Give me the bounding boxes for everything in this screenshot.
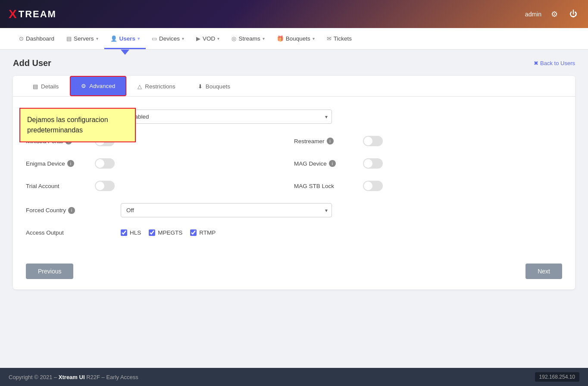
trial-toggle[interactable] bbox=[95, 181, 115, 191]
nav-devices[interactable]: ▭ Devices ▾ bbox=[146, 28, 190, 49]
bouquets-icon: 🎁 bbox=[277, 35, 284, 42]
enigma-info[interactable]: i bbox=[67, 160, 74, 167]
hls-checkbox[interactable] bbox=[121, 229, 127, 236]
admin-name: admin bbox=[525, 11, 541, 18]
nav-dashboard[interactable]: ⊙ Dashboard bbox=[13, 28, 60, 49]
enigma-group: Enigma Device i bbox=[26, 158, 294, 169]
streams-chevron: ▾ bbox=[263, 36, 265, 41]
tab-details[interactable]: ▤ Details bbox=[22, 76, 70, 97]
devices-chevron: ▾ bbox=[182, 36, 184, 41]
tabs-bar: ▤ Details ⚙ Advanced △ Restrictions ⬇ Bo… bbox=[13, 76, 575, 97]
nav-vod[interactable]: ▶ VOD ▾ bbox=[190, 28, 225, 49]
enigma-toggle[interactable] bbox=[95, 158, 115, 169]
page-title: Add User bbox=[13, 58, 51, 68]
restreamer-info[interactable]: i bbox=[327, 138, 334, 144]
forced-country-info[interactable]: i bbox=[68, 207, 75, 214]
tab-details-label: Details bbox=[41, 83, 59, 90]
streams-icon: ◎ bbox=[231, 35, 236, 42]
mag-device-group: MAG Device i bbox=[294, 158, 562, 169]
tickets-icon: ✉ bbox=[327, 35, 332, 42]
button-row: Previous Next bbox=[13, 257, 575, 289]
trial-group: Trial Account bbox=[26, 181, 294, 191]
tab-bouquets-label: Bouquets bbox=[206, 83, 230, 90]
nav-streams-label: Streams bbox=[238, 35, 260, 42]
vod-icon: ▶ bbox=[196, 35, 200, 42]
restrictions-tab-icon: △ bbox=[138, 83, 142, 90]
tab-bouquets[interactable]: ⬇ Bouquets bbox=[187, 76, 241, 97]
annotation-box: Dejamos las configuracion predeterminand… bbox=[19, 108, 136, 142]
enigma-mag-row: Enigma Device i MAG Device i bbox=[26, 158, 562, 169]
access-output-checkboxes: HLS MPEGTS RTMP bbox=[121, 229, 562, 236]
nav-bouquets[interactable]: 🎁 Bouquets ▾ bbox=[271, 28, 321, 49]
forced-country-control: Off ▾ bbox=[121, 203, 562, 217]
details-tab-icon: ▤ bbox=[33, 83, 38, 90]
nav-servers[interactable]: ▤ Servers ▾ bbox=[60, 28, 104, 49]
mag-stb-slider bbox=[363, 181, 383, 191]
vod-chevron: ▾ bbox=[217, 36, 219, 41]
tab-restrictions-label: Restrictions bbox=[145, 83, 175, 90]
nav-streams[interactable]: ◎ Streams ▾ bbox=[225, 28, 270, 49]
users-chevron: ▾ bbox=[138, 36, 140, 41]
enigma-label: Enigma Device i bbox=[26, 160, 95, 167]
page-header: Add User ✖ Back to Users bbox=[13, 58, 575, 68]
trial-magstb-row: Trial Account MAG STB Lock bbox=[26, 181, 562, 191]
footer-copyright-text: Copyright © 2021 – bbox=[9, 374, 59, 380]
logo: X TREAM bbox=[9, 7, 56, 21]
restreamer-toggle[interactable] bbox=[363, 136, 383, 146]
back-icon: ✖ bbox=[534, 60, 538, 66]
restreamer-group: Restreamer i bbox=[294, 136, 562, 146]
power-icon[interactable]: ⏻ bbox=[567, 8, 579, 20]
back-link-label: Back to Users bbox=[540, 60, 575, 66]
mpegts-label: MPEGTS bbox=[158, 229, 182, 236]
restreamer-label: Restreamer i bbox=[294, 138, 363, 144]
back-to-users-link[interactable]: ✖ Back to Users bbox=[534, 60, 575, 66]
restreamer-slider bbox=[363, 136, 383, 146]
forced-country-label: Forced Country i bbox=[26, 207, 121, 214]
footer-ip: 192.168.254.10 bbox=[535, 372, 579, 382]
annotation-text: Dejamos las configuracion predeterminand… bbox=[27, 116, 108, 134]
rtmp-checkbox[interactable] bbox=[190, 229, 197, 236]
forced-country-select[interactable]: Off bbox=[121, 203, 332, 217]
logo-text: TREAM bbox=[19, 9, 56, 20]
mag-stb-toggle[interactable] bbox=[363, 181, 383, 191]
nav-users[interactable]: 👤 Users ▾ bbox=[104, 28, 146, 49]
dashboard-icon: ⊙ bbox=[19, 35, 24, 42]
nav-dashboard-label: Dashboard bbox=[26, 35, 54, 42]
footer-version: R22F – Early Access bbox=[86, 374, 138, 380]
mpegts-checkbox-item[interactable]: MPEGTS bbox=[149, 229, 182, 236]
next-button[interactable]: Next bbox=[525, 264, 562, 279]
rtmp-checkbox-item[interactable]: RTMP bbox=[190, 229, 216, 236]
tab-restrictions[interactable]: △ Restrictions bbox=[126, 76, 187, 97]
enigma-slider bbox=[95, 158, 115, 169]
advanced-tab-icon: ⚙ bbox=[81, 83, 86, 89]
nav-tickets[interactable]: ✉ Tickets bbox=[321, 28, 358, 49]
bouquets-tab-icon: ⬇ bbox=[198, 83, 203, 90]
bouquets-chevron: ▾ bbox=[313, 36, 315, 41]
mag-device-info[interactable]: i bbox=[329, 160, 336, 167]
hls-label: HLS bbox=[130, 229, 141, 236]
access-output-control: HLS MPEGTS RTMP bbox=[121, 229, 562, 236]
hls-checkbox-item[interactable]: HLS bbox=[121, 229, 141, 236]
forced-connection-select[interactable]: Disabled HLS MPEG-TS RTMP bbox=[121, 110, 332, 124]
nav-devices-label: Devices bbox=[159, 35, 180, 42]
forced-connection-select-wrapper: Disabled HLS MPEG-TS RTMP ▾ bbox=[121, 110, 332, 124]
mpegts-checkbox[interactable] bbox=[149, 229, 155, 236]
nav-servers-label: Servers bbox=[74, 35, 94, 42]
forced-country-select-wrapper: Off ▾ bbox=[121, 203, 332, 217]
access-output-row: Access Output HLS MPEGTS bbox=[26, 229, 562, 236]
mag-device-toggle[interactable] bbox=[363, 158, 383, 169]
devices-icon: ▭ bbox=[152, 35, 157, 42]
forced-connection-control: Disabled HLS MPEG-TS RTMP ▾ bbox=[121, 110, 562, 124]
mag-stb-label: MAG STB Lock bbox=[294, 183, 363, 189]
nav-vod-label: VOD bbox=[203, 35, 215, 42]
access-output-label: Access Output bbox=[26, 229, 121, 236]
logo-x-letter: X bbox=[9, 7, 18, 21]
tab-advanced[interactable]: ⚙ Advanced bbox=[70, 76, 126, 96]
tab-advanced-label: Advanced bbox=[89, 83, 115, 89]
header-right: admin ⚙ ⏻ bbox=[525, 8, 579, 20]
main-content: Add User ✖ Back to Users ▤ Details ⚙ Adv… bbox=[0, 50, 588, 368]
previous-button[interactable]: Previous bbox=[26, 264, 73, 279]
footer-brand: Xtream UI bbox=[59, 374, 85, 380]
servers-icon: ▤ bbox=[66, 35, 72, 42]
settings-icon[interactable]: ⚙ bbox=[548, 8, 560, 20]
